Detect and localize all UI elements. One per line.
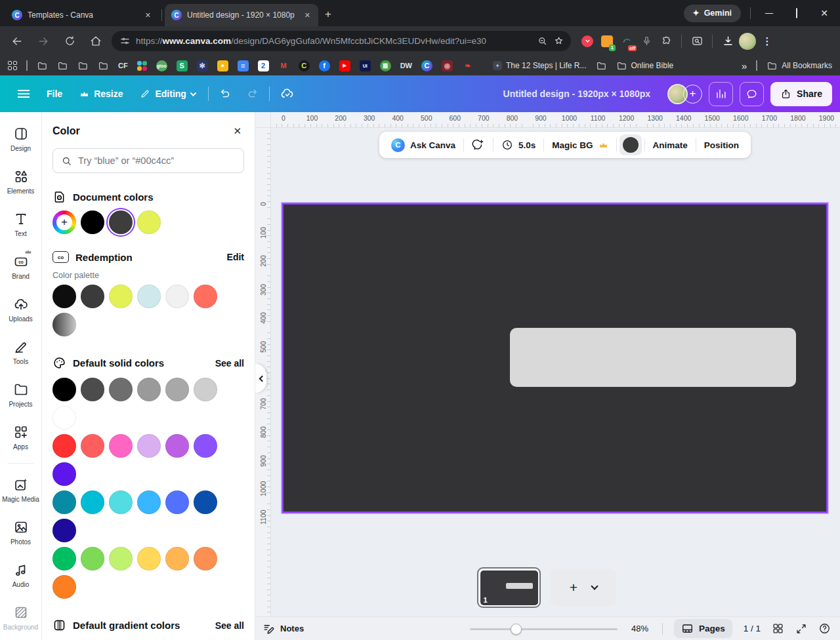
solid-colors-see-all[interactable]: See all (215, 358, 244, 369)
document-color-swatch[interactable] (137, 210, 161, 234)
zoom-slider[interactable] (470, 623, 618, 635)
fullscreen-button[interactable] (795, 623, 807, 635)
solid-color-swatch[interactable] (137, 547, 161, 570)
downloads-icon[interactable] (719, 33, 736, 50)
position-button[interactable]: Position (696, 132, 747, 158)
bookmark-12-steps[interactable]: ✦The 12 Steps | Life R... (493, 61, 587, 70)
document-color-swatch[interactable] (81, 210, 104, 234)
main-menu-button[interactable] (10, 82, 37, 106)
solid-color-swatch[interactable] (194, 378, 217, 401)
solid-color-swatch[interactable] (194, 434, 217, 458)
solid-color-swatch[interactable] (81, 547, 104, 570)
sidebar-item-elements[interactable]: Elements (0, 160, 41, 203)
back-button[interactable] (7, 31, 28, 52)
solid-color-swatch[interactable] (52, 462, 76, 486)
apps-grid-icon[interactable] (8, 61, 17, 70)
tab-search-icon[interactable] (688, 33, 705, 50)
bookmarks-overflow[interactable]: » (742, 60, 747, 71)
rectangle-element[interactable] (510, 328, 796, 387)
bookmark-folder[interactable] (98, 60, 109, 71)
ui-icon[interactable]: UI (360, 60, 371, 71)
docs-icon[interactable]: ≡ (238, 60, 249, 71)
zoom-slider-knob[interactable] (511, 624, 522, 635)
new-tab-button[interactable]: + (325, 8, 331, 21)
solid-color-swatch[interactable] (137, 434, 161, 458)
solid-color-swatch[interactable] (165, 490, 189, 514)
brand-color-swatch[interactable] (52, 313, 76, 336)
microphone-icon[interactable] (638, 33, 655, 50)
comments-button[interactable] (740, 82, 764, 106)
design-page[interactable] (284, 205, 826, 511)
sidebar-item-uploads[interactable]: Uploads (0, 288, 41, 330)
extension-icon-off[interactable]: off (618, 33, 635, 50)
animate-button[interactable]: Animate (645, 132, 696, 158)
brand-color-swatch[interactable] (194, 285, 217, 308)
duration-button[interactable]: 5.0s (494, 132, 543, 158)
document-title[interactable]: Untitled design - 1920px × 1080px (503, 89, 650, 99)
home-button[interactable] (85, 31, 106, 52)
solid-color-swatch[interactable] (165, 547, 189, 570)
brand-color-swatch[interactable] (81, 285, 104, 308)
tab-close-icon[interactable]: ✕ (142, 10, 154, 21)
forward-button[interactable] (33, 31, 54, 52)
youtube-icon[interactable]: ▶ (339, 60, 350, 71)
pocket-extension-icon[interactable] (579, 33, 596, 50)
solid-color-swatch[interactable] (165, 434, 189, 458)
solid-color-swatch[interactable] (52, 406, 76, 430)
facebook-icon[interactable]: f (319, 60, 330, 71)
window-maximize-button[interactable] (788, 9, 806, 18)
brand-color-swatch[interactable] (109, 285, 133, 308)
sidebar-item-photos[interactable]: Photos (0, 511, 41, 553)
maroon-icon[interactable]: ◉ (442, 60, 453, 71)
background-color-swatch[interactable] (620, 134, 642, 155)
bookmark-folder[interactable] (37, 60, 48, 71)
insights-button[interactable] (709, 82, 733, 106)
bookmark-dw[interactable]: DW (400, 62, 412, 70)
solid-color-swatch[interactable] (52, 434, 76, 458)
pages-view-button[interactable]: Pages (674, 619, 732, 638)
brand-kit-edit-link[interactable]: Edit (227, 252, 244, 262)
solid-color-swatch[interactable] (137, 378, 161, 401)
tab-close-icon[interactable]: ✕ (302, 10, 313, 21)
bookmark-folder[interactable] (596, 60, 607, 71)
solid-color-swatch[interactable] (52, 575, 76, 599)
extension-icon-orange[interactable]: 1 (598, 33, 616, 50)
sidebar-item-magic-media[interactable]: Magic Media (0, 468, 41, 511)
cloud-save-status-icon[interactable] (275, 82, 300, 106)
bookmark-folder[interactable] (57, 60, 68, 71)
site-settings-icon[interactable] (119, 35, 131, 47)
solid-color-swatch[interactable] (137, 490, 161, 514)
document-color-swatch[interactable] (109, 210, 133, 234)
solid-color-swatch[interactable] (194, 547, 217, 570)
gmail-icon[interactable]: M (278, 60, 289, 71)
window-close-button[interactable]: ✕ (815, 8, 833, 18)
bookmark-online-bible[interactable]: Online Bible (616, 60, 674, 71)
solid-color-swatch[interactable] (109, 378, 133, 401)
add-page-button[interactable]: + (570, 580, 578, 595)
editing-mode-menu[interactable]: Editing (133, 82, 202, 106)
help-button[interactable] (818, 622, 831, 635)
window-minimize-button[interactable]: — (760, 9, 778, 18)
comment-add-button[interactable] (464, 132, 493, 158)
solid-color-swatch[interactable] (165, 378, 189, 401)
keep-icon[interactable]: ● (217, 60, 228, 71)
sidebar-item-brand[interactable]: coBrand (0, 245, 41, 288)
brand-color-swatch[interactable] (52, 285, 76, 308)
slack-icon[interactable] (137, 61, 147, 71)
gradient-colors-see-all[interactable]: See all (215, 620, 244, 631)
invite-member-button[interactable]: + (683, 85, 702, 104)
ask-canva-button[interactable]: C Ask Canva (383, 132, 463, 158)
sidebar-item-apps[interactable]: Apps (0, 416, 41, 458)
address-bar[interactable]: https://www.canva.com/design/DAG6ygGufa0… (112, 31, 571, 51)
browser-tab-untitled-design[interactable]: C Untitled design - 1920 × 1080p ✕ (165, 4, 318, 26)
close-panel-icon[interactable]: ✕ (230, 123, 244, 140)
canva-icon[interactable]: C (421, 60, 432, 71)
bookmark-cf[interactable]: CF (118, 62, 128, 70)
page-thumbnail-1[interactable]: 1 (477, 567, 541, 608)
solid-color-swatch[interactable] (81, 434, 104, 458)
sidebar-item-projects[interactable]: Projects (0, 373, 41, 416)
calendar-icon[interactable]: 2 (258, 60, 269, 71)
solid-color-swatch[interactable] (81, 490, 104, 514)
reload-button[interactable] (59, 31, 80, 52)
browser-profile-avatar[interactable] (739, 33, 756, 50)
